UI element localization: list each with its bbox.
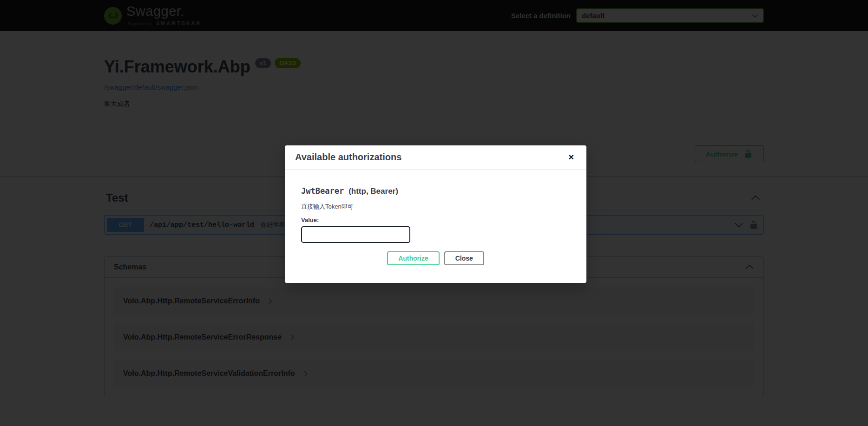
close-icon[interactable]: ✕ [566, 152, 576, 163]
token-value-input[interactable] [301, 226, 410, 243]
modal-authorize-button[interactable]: Authorize [387, 251, 440, 265]
authorizations-modal: Available authorizations ✕ JwtBearer (ht… [285, 145, 586, 283]
auth-scheme-type: (http, Bearer) [349, 187, 398, 196]
modal-close-button[interactable]: Close [444, 251, 484, 265]
auth-scheme-description: 直接输入Token即可 [301, 203, 570, 211]
value-label: Value: [301, 216, 570, 223]
auth-scheme-name: JwtBearer [301, 186, 344, 196]
modal-title: Available authorizations [295, 152, 401, 163]
